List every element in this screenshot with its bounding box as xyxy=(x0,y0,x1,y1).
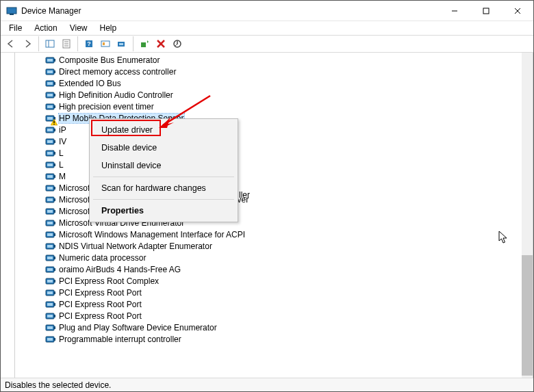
svg-rect-0 xyxy=(7,8,16,14)
device-icon xyxy=(45,183,56,194)
svg-rect-82 xyxy=(47,280,53,283)
svg-rect-27 xyxy=(54,70,55,73)
svg-rect-95 xyxy=(54,326,55,329)
device-node[interactable]: Composite Bus Enumerator xyxy=(18,54,522,66)
device-node[interactable]: Programmable interrupt controller xyxy=(18,333,522,345)
ctx-disable-device[interactable]: Disable device xyxy=(92,139,236,157)
svg-rect-55 xyxy=(47,175,53,178)
device-icon xyxy=(45,334,56,345)
action-button[interactable] xyxy=(98,36,113,51)
device-node[interactable]: Extended IO Bus xyxy=(18,77,522,89)
device-node[interactable]: PCI Express Root Port xyxy=(18,310,522,322)
device-label: PCI Express Root Port xyxy=(59,311,142,321)
svg-rect-36 xyxy=(54,105,55,108)
svg-rect-89 xyxy=(54,303,55,306)
device-icon xyxy=(45,113,56,124)
svg-rect-33 xyxy=(54,94,55,96)
statusbar: Disables the selected device. xyxy=(1,378,533,391)
svg-text:?: ? xyxy=(87,40,91,47)
device-node[interactable]: Direct memory access controller xyxy=(18,66,522,77)
app-icon xyxy=(6,5,17,16)
device-icon xyxy=(45,276,56,287)
svg-rect-61 xyxy=(47,198,53,201)
ctx-update-driver[interactable]: Update driver xyxy=(92,121,236,139)
svg-rect-86 xyxy=(54,291,55,294)
close-button[interactable] xyxy=(502,1,533,21)
obscured-label-fragment: ller xyxy=(239,190,250,200)
device-node[interactable]: PCI Express Root Port xyxy=(18,298,522,310)
update-driver-button[interactable] xyxy=(137,36,152,51)
svg-rect-67 xyxy=(47,222,53,224)
svg-rect-91 xyxy=(47,315,53,317)
device-label: Numeric data processor xyxy=(59,253,146,263)
scan-hardware-button[interactable] xyxy=(114,36,129,51)
toolbar-separator xyxy=(133,36,134,51)
svg-rect-80 xyxy=(54,268,55,271)
scrollbar-thumb[interactable] xyxy=(522,255,533,376)
device-node[interactable]: Microsoft Windows Management Interface f… xyxy=(18,228,522,240)
device-node[interactable]: Plug and Play Software Device Enumerator xyxy=(18,322,522,333)
menu-file[interactable]: File xyxy=(3,22,27,34)
svg-rect-53 xyxy=(54,164,55,166)
statusbar-text: Disables the selected device. xyxy=(5,380,111,390)
device-node[interactable]: PCI Express Root Complex xyxy=(18,275,522,287)
svg-rect-50 xyxy=(54,152,55,155)
device-node[interactable]: High precision event timer xyxy=(18,101,522,112)
maximize-button[interactable] xyxy=(470,1,502,21)
svg-rect-43 xyxy=(47,129,53,131)
svg-rect-97 xyxy=(47,338,53,341)
menu-help[interactable]: Help xyxy=(94,22,123,34)
device-icon xyxy=(45,90,56,101)
uninstall-device-button[interactable] xyxy=(153,36,168,51)
svg-rect-88 xyxy=(47,303,53,306)
svg-rect-77 xyxy=(54,257,55,259)
svg-rect-30 xyxy=(54,82,55,85)
back-button[interactable] xyxy=(3,36,18,51)
show-hide-tree-button[interactable] xyxy=(42,36,58,51)
menu-action[interactable]: Action xyxy=(29,22,62,34)
device-icon xyxy=(45,194,56,205)
properties-button[interactable] xyxy=(59,36,74,51)
device-node[interactable]: PCI Express Root Port xyxy=(18,287,522,298)
help-button[interactable]: ? xyxy=(81,36,97,51)
device-node[interactable]: High Definition Audio Controller xyxy=(18,89,522,101)
svg-rect-29 xyxy=(47,82,53,85)
svg-rect-26 xyxy=(47,70,53,73)
svg-rect-64 xyxy=(47,210,53,213)
device-icon xyxy=(45,101,56,112)
toolbar-separator xyxy=(77,36,78,51)
vertical-scrollbar[interactable] xyxy=(522,53,533,378)
device-node[interactable]: NDIS Virtual Network Adapter Enumerator xyxy=(18,240,522,252)
svg-rect-56 xyxy=(54,175,55,178)
device-node[interactable]: oraimo AirBuds 4 Hands-Free AG xyxy=(18,263,522,275)
device-label: IV xyxy=(59,137,66,146)
device-icon xyxy=(45,311,56,322)
svg-rect-65 xyxy=(54,210,55,213)
device-label: Plug and Play Software Device Enumerator xyxy=(59,323,217,332)
svg-rect-94 xyxy=(47,326,53,329)
left-gutter xyxy=(1,53,14,378)
device-label: NDIS Virtual Network Adapter Enumerator xyxy=(59,241,212,251)
device-node[interactable]: Numeric data processor xyxy=(18,252,522,263)
svg-rect-73 xyxy=(47,245,53,248)
device-label: PCI Express Root Port xyxy=(59,288,142,298)
device-icon xyxy=(45,252,56,263)
ctx-scan-hardware[interactable]: Scan for hardware changes xyxy=(92,179,236,197)
device-icon xyxy=(45,55,56,66)
device-icon xyxy=(45,136,56,147)
minimize-button[interactable] xyxy=(439,1,470,21)
disable-device-button[interactable] xyxy=(170,36,185,51)
svg-rect-71 xyxy=(54,233,55,236)
svg-rect-32 xyxy=(47,94,53,96)
device-icon xyxy=(45,322,56,333)
device-label: Microsoft Windows Management Interface f… xyxy=(59,230,245,239)
device-label: M xyxy=(59,172,66,181)
forward-button[interactable] xyxy=(20,36,35,51)
ctx-uninstall-device[interactable]: Uninstall device xyxy=(92,157,236,174)
titlebar: Device Manager xyxy=(1,1,533,21)
svg-rect-14 xyxy=(101,41,110,47)
menu-view[interactable]: View xyxy=(64,22,93,34)
ctx-properties[interactable]: Properties xyxy=(92,202,236,220)
tree-container: Composite Bus EnumeratorDirect memory ac… xyxy=(14,53,533,378)
svg-rect-47 xyxy=(54,140,55,143)
